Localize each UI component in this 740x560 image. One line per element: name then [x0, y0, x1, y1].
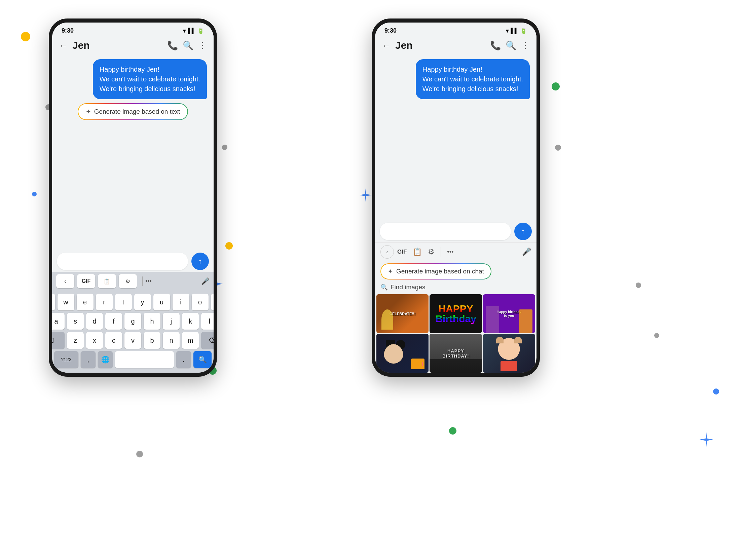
- phone-2-kb-back-button[interactable]: ‹: [380, 245, 394, 259]
- phone-2-find-images-search-icon: 🔍: [380, 284, 388, 291]
- phone-1: 9:30 ▾ ▌▌ 🔋 ← Jen 📞 🔍 ⋮ Happy birthday J…: [49, 18, 217, 377]
- phone-1-generate-pill-inner[interactable]: ✦ Generate image based on text: [78, 104, 188, 119]
- key-period[interactable]: .: [176, 351, 191, 368]
- phone-1-contact-name: Jen: [72, 40, 162, 51]
- phone-2-toolbar-separator: [441, 247, 441, 257]
- dog-cake: [501, 361, 517, 371]
- key-p[interactable]: p: [211, 294, 214, 310]
- phone-1-send-button[interactable]: ↑: [191, 253, 209, 270]
- phone-1-kb-row-1: q w e r t y u i o p: [54, 294, 212, 310]
- phone-1-clipboard-button[interactable]: 📋: [98, 274, 116, 288]
- key-q[interactable]: q: [52, 294, 55, 310]
- phone-2-generate-pill-wrapper[interactable]: ✦ Generate image based on chat: [380, 263, 491, 279]
- key-x[interactable]: x: [86, 332, 103, 349]
- phone-1-kb-back-icon: ‹: [64, 278, 66, 285]
- phone-2-generate-pill-container: ✦ Generate image based on chat: [375, 261, 536, 282]
- key-e[interactable]: e: [77, 294, 94, 310]
- gif-item-3[interactable]: Happy birthdayto you: [483, 294, 535, 333]
- phone-2-screen: 9:30 ▾ ▌▌ 🔋 ← Jen 📞 🔍 ⋮ Happy birthday J…: [375, 23, 536, 373]
- key-w[interactable]: w: [58, 294, 74, 310]
- gif-5-overlay: [430, 359, 482, 373]
- gif-2-text: HAPPYBirthday: [430, 294, 482, 333]
- key-l[interactable]: l: [201, 313, 214, 330]
- key-backspace[interactable]: ⌫: [201, 332, 214, 349]
- key-i[interactable]: i: [173, 294, 189, 310]
- phone-1-kb-row-2: a s d f g h j k l: [54, 313, 212, 330]
- gif-item-1[interactable]: CELEBRATE!!!: [376, 294, 429, 333]
- phone-1-gif-button[interactable]: GIF: [77, 274, 95, 288]
- phone-2-mic-icon[interactable]: 🎤: [522, 248, 531, 256]
- phone-1-keyboard-toolbar: ‹ GIF 📋 ⚙ ••• 🎤: [52, 272, 214, 291]
- phone-2-time: 9:30: [384, 27, 397, 34]
- deco-dot-gray-4: [636, 283, 641, 288]
- deco-dot-yellow-2: [225, 242, 233, 250]
- key-j[interactable]: j: [163, 313, 180, 330]
- phone-2-more-icon[interactable]: ⋮: [521, 40, 530, 51]
- phone-1-kb-row-3: ⇧ z x c v b n m ⌫: [54, 332, 212, 349]
- key-c[interactable]: c: [105, 332, 122, 349]
- phone-2-phone-icon[interactable]: 📞: [490, 40, 501, 51]
- deco-dot-green-4: [449, 427, 456, 435]
- key-globe[interactable]: 🌐: [98, 351, 113, 368]
- key-o[interactable]: o: [192, 294, 209, 310]
- phone-1-more-icon[interactable]: ⋮: [198, 40, 207, 51]
- key-h[interactable]: h: [144, 313, 160, 330]
- phone-2-back-button[interactable]: ←: [382, 40, 391, 51]
- key-v[interactable]: v: [124, 332, 141, 349]
- key-search[interactable]: 🔍: [193, 351, 212, 368]
- key-space[interactable]: [115, 351, 174, 368]
- key-n[interactable]: n: [163, 332, 180, 349]
- phone-1-app-bar: ← Jen 📞 🔍 ⋮: [52, 37, 214, 54]
- key-num[interactable]: ?123: [54, 351, 78, 368]
- phone-2-generate-pill-label: Generate image based on chat: [396, 268, 484, 275]
- phone-2-send-button[interactable]: ↑: [514, 223, 532, 240]
- phone-1-time: 9:30: [62, 27, 74, 34]
- key-s[interactable]: s: [67, 313, 84, 330]
- key-f[interactable]: f: [105, 313, 122, 330]
- phone-1-text-input[interactable]: [57, 253, 188, 270]
- key-k[interactable]: k: [182, 313, 199, 330]
- key-a[interactable]: a: [52, 313, 65, 330]
- phone-2-dots[interactable]: •••: [447, 249, 453, 256]
- wifi-icon: ▾: [183, 28, 186, 34]
- phone-2-find-images-row: 🔍 Find images: [375, 282, 536, 294]
- phone-1-back-button[interactable]: ←: [59, 40, 68, 51]
- phone-1-search-icon[interactable]: 🔍: [183, 40, 193, 51]
- phone-1-generate-pill-label: Generate image based on text: [94, 108, 180, 115]
- gif-item-4[interactable]: [376, 334, 429, 373]
- phone-2-sparkle-icon: ✦: [388, 268, 393, 275]
- phone-2-text-input[interactable]: [380, 223, 511, 240]
- phone-2-generate-pill-inner[interactable]: ✦ Generate image based on chat: [381, 264, 491, 279]
- key-m[interactable]: m: [182, 332, 199, 349]
- key-b[interactable]: b: [144, 332, 160, 349]
- phone-2-search-icon[interactable]: 🔍: [506, 40, 516, 51]
- key-u[interactable]: u: [153, 294, 170, 310]
- phone-1-phone-icon[interactable]: 📞: [167, 40, 178, 51]
- phone-1-settings-button[interactable]: ⚙: [119, 274, 137, 288]
- key-g[interactable]: g: [124, 313, 141, 330]
- key-d[interactable]: d: [86, 313, 103, 330]
- gif-item-5[interactable]: HAPPYBIRTHDAY!: [430, 334, 482, 373]
- phone-1-generate-pill-wrapper[interactable]: ✦ Generate image based on text: [78, 103, 188, 120]
- sparkle-icon-3: [359, 188, 372, 203]
- phone-2-gif-label[interactable]: GIF: [397, 249, 407, 255]
- key-y[interactable]: y: [134, 294, 151, 310]
- key-shift[interactable]: ⇧: [52, 332, 65, 349]
- phone-1-kb-separator: [142, 276, 143, 286]
- phone-1-kb-mic[interactable]: 🎤: [201, 277, 210, 285]
- phone-2-app-bar: ← Jen 📞 🔍 ⋮: [375, 37, 536, 54]
- phone-1-clipboard-icon: 📋: [104, 278, 110, 285]
- phone-2-clipboard-icon[interactable]: 📋: [413, 248, 422, 256]
- signal-icon: ▌▌: [188, 28, 195, 34]
- key-z[interactable]: z: [67, 332, 84, 349]
- gif-item-6[interactable]: [483, 334, 535, 373]
- deco-dot-gray-2: [222, 145, 227, 150]
- phone-2-gif-toolbar: ‹ GIF 📋 ⚙ ••• 🎤: [375, 242, 536, 261]
- gif-item-2[interactable]: HAPPYBirthday: [430, 294, 482, 333]
- phone-2-settings-icon[interactable]: ⚙: [428, 248, 435, 256]
- phone-1-kb-back-button[interactable]: ‹: [56, 274, 74, 288]
- key-t[interactable]: t: [115, 294, 132, 310]
- key-comma[interactable]: ,: [81, 351, 96, 368]
- key-r[interactable]: r: [96, 294, 113, 310]
- phone-1-kb-dots[interactable]: •••: [145, 278, 152, 285]
